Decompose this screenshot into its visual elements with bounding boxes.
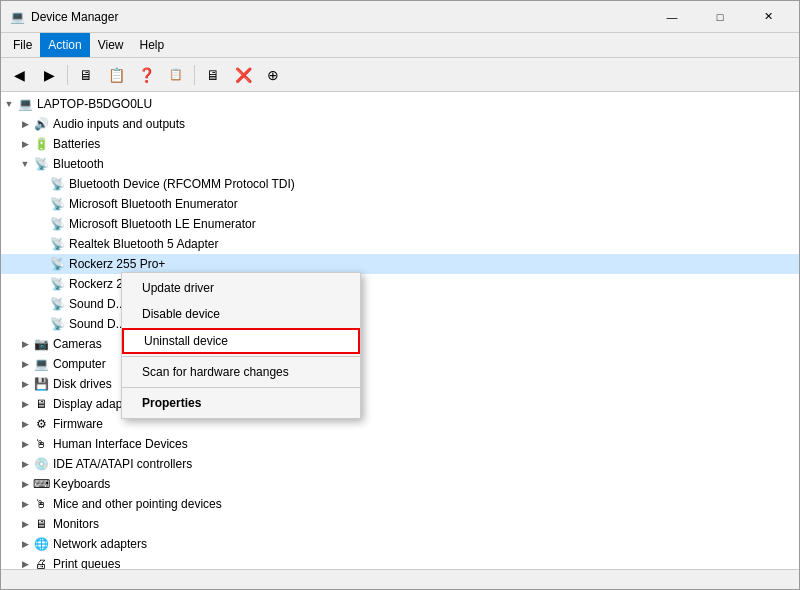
menu-bar: File Action View Help: [1, 33, 799, 58]
menu-help[interactable]: Help: [132, 33, 173, 57]
firmware-icon: ⚙: [33, 416, 49, 432]
ide-icon: 💿: [33, 456, 49, 472]
maximize-button[interactable]: □: [697, 3, 743, 31]
tree-item-network[interactable]: ▶ 🌐 Network adapters: [1, 534, 799, 554]
add-button[interactable]: ⊕: [259, 62, 287, 88]
root-label: LAPTOP-B5DGO0LU: [37, 97, 152, 111]
ide-label: IDE ATA/ATAPI controllers: [53, 457, 192, 471]
cameras-expander: ▶: [17, 336, 33, 352]
bt-rfcomm-label: Bluetooth Device (RFCOMM Protocol TDI): [69, 177, 295, 191]
context-menu-update-driver[interactable]: Update driver: [122, 275, 360, 301]
display-adapters-expander: ▶: [17, 396, 33, 412]
monitors-icon: 🖥: [33, 516, 49, 532]
tree-item-keyboards[interactable]: ▶ ⌨ Keyboards: [1, 474, 799, 494]
back-button[interactable]: ◀: [5, 62, 33, 88]
firmware-label: Firmware: [53, 417, 103, 431]
computer-icon: 💻: [33, 356, 49, 372]
tree-item-rockerz-255[interactable]: 📡 Rockerz 255 Pro+: [1, 254, 799, 274]
bluetooth-icon: 📡: [33, 156, 49, 172]
tree-item-bt-ms-enum[interactable]: 📡 Microsoft Bluetooth Enumerator: [1, 194, 799, 214]
tree-item-bt-rfcomm[interactable]: 📡 Bluetooth Device (RFCOMM Protocol TDI): [1, 174, 799, 194]
print-icon: 🖨: [33, 556, 49, 569]
tree-item-monitors[interactable]: ▶ 🖥 Monitors: [1, 514, 799, 534]
network-expander: ▶: [17, 536, 33, 552]
bt-ms-le-label: Microsoft Bluetooth LE Enumerator: [69, 217, 256, 231]
context-menu-scan-hardware[interactable]: Scan for hardware changes: [122, 359, 360, 385]
toolbar-separator-2: [194, 65, 195, 85]
bt-ms-enum-icon: 📡: [49, 196, 65, 212]
tree-item-batteries[interactable]: ▶ 🔋 Batteries: [1, 134, 799, 154]
root-expander: ▼: [1, 96, 17, 112]
context-menu-properties[interactable]: Properties: [122, 390, 360, 416]
keyboards-icon: ⌨: [33, 476, 49, 492]
bt-ms-enum-expander: [33, 196, 49, 212]
print-expander: ▶: [17, 556, 33, 569]
menu-action[interactable]: Action: [40, 33, 89, 57]
bt-rfcomm-icon: 📡: [49, 176, 65, 192]
window-controls: — □ ✕: [649, 3, 791, 31]
disk-drives-label: Disk drives: [53, 377, 112, 391]
menu-file[interactable]: File: [5, 33, 40, 57]
audio-expander: ▶: [17, 116, 33, 132]
batteries-icon: 🔋: [33, 136, 49, 152]
cameras-label: Cameras: [53, 337, 102, 351]
bt-ms-enum-label: Microsoft Bluetooth Enumerator: [69, 197, 238, 211]
close-button[interactable]: ✕: [745, 3, 791, 31]
help-button[interactable]: ❓: [132, 62, 160, 88]
tree-root[interactable]: ▼ 💻 LAPTOP-B5DGO0LU: [1, 94, 799, 114]
bt-realtek-icon: 📡: [49, 236, 65, 252]
toolbar: ◀ ▶ 🖥 📋 ❓ 📋 🖥 ❌ ⊕: [1, 58, 799, 92]
tree-item-bluetooth[interactable]: ▼ 📡 Bluetooth: [1, 154, 799, 174]
tree-item-ide[interactable]: ▶ 💿 IDE ATA/ATAPI controllers: [1, 454, 799, 474]
minimize-button[interactable]: —: [649, 3, 695, 31]
window-title: Device Manager: [31, 10, 649, 24]
computer-expander: ▶: [17, 356, 33, 372]
bt-ms-le-expander: [33, 216, 49, 232]
disk-drives-expander: ▶: [17, 376, 33, 392]
bluetooth-expander: ▼: [17, 156, 33, 172]
tree-item-hid[interactable]: ▶ 🖱 Human Interface Devices: [1, 434, 799, 454]
disk-drives-icon: 💾: [33, 376, 49, 392]
scan-button[interactable]: 🖥: [199, 62, 227, 88]
rockerz-255-icon: 📡: [49, 256, 65, 272]
hid-icon: 🖱: [33, 436, 49, 452]
sound-d2-icon: 📡: [49, 316, 65, 332]
context-menu-separator-2: [122, 387, 360, 388]
sound-d2-expander: [33, 316, 49, 332]
bluetooth-label: Bluetooth: [53, 157, 104, 171]
properties-button[interactable]: 🖥: [72, 62, 100, 88]
status-bar: [1, 569, 799, 589]
menu-view[interactable]: View: [90, 33, 132, 57]
device-manager-window: 💻 Device Manager — □ ✕ File Action View …: [0, 0, 800, 590]
tree-item-print[interactable]: ▶ 🖨 Print queues: [1, 554, 799, 569]
sound-d1-label: Sound D...: [69, 297, 126, 311]
tree-item-mice[interactable]: ▶ 🖱 Mice and other pointing devices: [1, 494, 799, 514]
network-label: Network adapters: [53, 537, 147, 551]
toolbar-separator-1: [67, 65, 68, 85]
firmware-expander: ▶: [17, 416, 33, 432]
print-label: Print queues: [53, 557, 120, 569]
ide-expander: ▶: [17, 456, 33, 472]
rockerz-255-expander: [33, 256, 49, 272]
bt-realtek-expander: [33, 236, 49, 252]
mice-label: Mice and other pointing devices: [53, 497, 222, 511]
batteries-label: Batteries: [53, 137, 100, 151]
tree-item-audio[interactable]: ▶ 🔊 Audio inputs and outputs: [1, 114, 799, 134]
forward-button[interactable]: ▶: [35, 62, 63, 88]
show-hidden-button[interactable]: 📋: [162, 62, 190, 88]
audio-label: Audio inputs and outputs: [53, 117, 185, 131]
uninstall-button[interactable]: ❌: [229, 62, 257, 88]
tree-item-bt-ms-le[interactable]: 📡 Microsoft Bluetooth LE Enumerator: [1, 214, 799, 234]
context-menu-uninstall-device[interactable]: Uninstall device: [122, 328, 360, 354]
update-driver-button[interactable]: 📋: [102, 62, 130, 88]
bt-ms-le-icon: 📡: [49, 216, 65, 232]
network-icon: 🌐: [33, 536, 49, 552]
tree-item-bt-realtek[interactable]: 📡 Realtek Bluetooth 5 Adapter: [1, 234, 799, 254]
monitors-label: Monitors: [53, 517, 99, 531]
root-icon: 💻: [17, 96, 33, 112]
window-icon: 💻: [9, 9, 25, 25]
hid-expander: ▶: [17, 436, 33, 452]
rockerz-255-label: Rockerz 255 Pro+: [69, 257, 165, 271]
context-menu-disable-device[interactable]: Disable device: [122, 301, 360, 327]
context-menu: Update driver Disable device Uninstall d…: [121, 272, 361, 419]
